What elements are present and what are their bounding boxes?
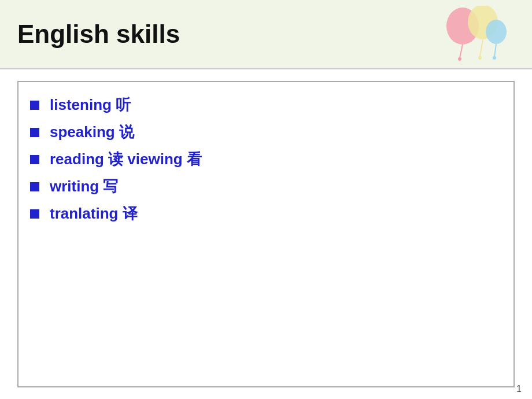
svg-line-4 [480, 39, 483, 57]
bullet-text: listening 听 [50, 94, 131, 116]
list-item: speaking 说 [30, 121, 496, 143]
list-item: listening 听 [30, 94, 496, 116]
bullet-icon [30, 209, 39, 219]
bullet-list: listening 听speaking 说reading 读 viewing 看… [30, 94, 496, 225]
svg-point-5 [478, 56, 482, 60]
svg-point-6 [486, 20, 507, 44]
content-box: listening 听speaking 说reading 读 viewing 看… [17, 81, 515, 387]
svg-line-7 [494, 44, 496, 57]
header: English skills [0, 0, 532, 69]
bullet-text: speaking 说 [50, 121, 134, 143]
list-item: tranlating 译 [30, 202, 496, 225]
bullet-icon [30, 155, 39, 164]
bullet-text: reading 读 viewing 看 [50, 148, 202, 171]
page-title: English skills [17, 20, 180, 49]
svg-point-8 [493, 56, 496, 60]
page-number: 1 [516, 384, 522, 394]
bullet-text: tranlating 译 [50, 202, 138, 225]
bullet-icon [30, 128, 39, 137]
bullet-text: writing 写 [50, 175, 118, 198]
svg-line-1 [460, 45, 463, 58]
bullet-icon [30, 101, 39, 110]
list-item: writing 写 [30, 175, 496, 198]
balloon-decoration [428, 6, 509, 64]
list-item: reading 读 viewing 看 [30, 148, 496, 171]
svg-point-2 [458, 57, 461, 61]
main-content: listening 听speaking 说reading 读 viewing 看… [0, 69, 532, 399]
bullet-icon [30, 182, 39, 191]
